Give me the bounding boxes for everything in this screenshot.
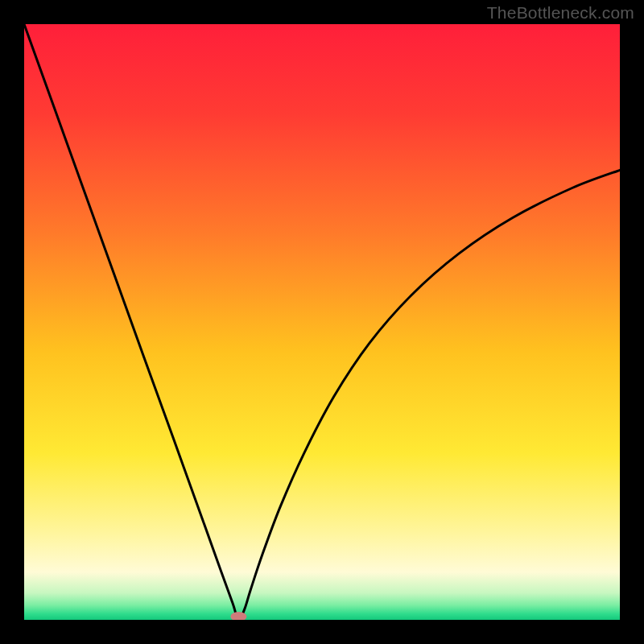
chart-frame: TheBottleneck.com: [0, 0, 644, 644]
gradient-background: [24, 24, 620, 620]
bottleneck-chart-svg: [24, 24, 620, 620]
watermark-text: TheBottleneck.com: [487, 3, 634, 23]
plot-area: [24, 24, 620, 620]
